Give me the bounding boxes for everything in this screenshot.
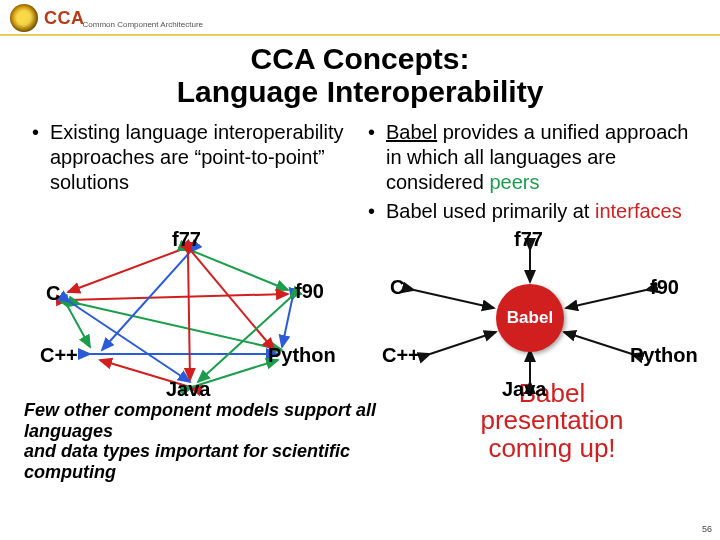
svg-line-2 [68, 294, 288, 300]
svg-line-0 [68, 250, 180, 292]
p2p-arrows-icon [20, 232, 360, 402]
node-c-left: C [46, 282, 60, 305]
interfaces-word: interfaces [595, 200, 682, 222]
node-f90-left: f90 [295, 280, 324, 303]
logo-subtitle: Common Component Architecture [83, 20, 204, 29]
node-f77-left: f77 [172, 228, 201, 251]
bottom-row: Few other component models support all l… [0, 400, 720, 485]
node-f77-right: f77 [514, 228, 543, 251]
diagram-babel-hub: Babel f77 C f90 C++ Python Java [360, 232, 700, 402]
node-python-right: Python [630, 344, 698, 367]
node-python-left: Python [268, 344, 336, 367]
cca-logo-icon [10, 4, 38, 32]
diagrams: f77 C f90 C++ Python Java Babel f77 C f9… [0, 232, 720, 402]
svg-line-1 [190, 250, 288, 290]
svg-line-12 [198, 298, 290, 382]
node-cpp-left: C++ [40, 344, 78, 367]
babel-hub: Babel [496, 284, 564, 352]
svg-line-7 [102, 252, 190, 350]
svg-line-17 [430, 332, 496, 354]
bullet-right-1: Babel provides a unified approach in whi… [364, 120, 692, 195]
header: CCA Common Component Architecture [0, 0, 720, 32]
svg-line-15 [414, 290, 494, 308]
svg-line-4 [80, 304, 282, 350]
footnote: Few other component models support all l… [24, 400, 408, 483]
page-title: CCA Concepts: Language Interoperability [0, 42, 720, 108]
bullet-right-2: Babel used primarily at interfaces [364, 199, 692, 224]
left-column: Existing language interoperability appro… [28, 120, 356, 228]
logo-text: CCA [44, 8, 85, 29]
svg-line-16 [566, 290, 646, 308]
diagram-point-to-point: f77 C f90 C++ Python Java [20, 232, 360, 402]
slide-number: 56 [702, 524, 712, 534]
node-cpp-right: C++ [382, 344, 420, 367]
node-f90-right: f90 [650, 276, 679, 299]
title-line-1: CCA Concepts: [251, 42, 470, 75]
node-java-left: Java [166, 378, 211, 401]
node-java-right: Java [502, 378, 547, 401]
svg-line-13 [188, 254, 190, 380]
bullet-left-1: Existing language interoperability appro… [28, 120, 356, 195]
peers-word: peers [489, 171, 539, 193]
svg-line-5 [282, 300, 292, 347]
title-line-2: Language Interoperability [177, 75, 544, 108]
babel-underline: Babel [386, 121, 437, 143]
right-column: Babel provides a unified approach in whi… [364, 120, 692, 228]
columns: Existing language interoperability appro… [0, 108, 720, 228]
divider [0, 34, 720, 36]
node-c-right: C [390, 276, 404, 299]
svg-line-18 [564, 332, 632, 354]
